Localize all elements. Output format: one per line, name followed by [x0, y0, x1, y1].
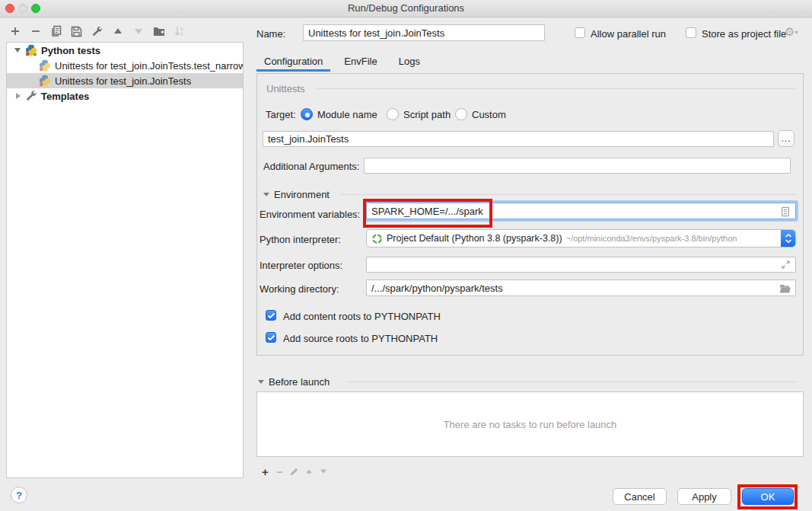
new-folder-button[interactable]	[148, 24, 169, 39]
tree-item-unittests-test-narrow[interactable]: Unittests for test_join.JoinTests.test_n…	[7, 58, 243, 73]
allow-parallel-run-label: Allow parallel run	[591, 28, 666, 40]
additional-arguments-input[interactable]	[364, 158, 791, 174]
tab-configuration[interactable]: Configuration	[256, 56, 330, 72]
remove-configuration-button[interactable]	[25, 24, 46, 39]
combo-arrows-icon[interactable]	[781, 230, 795, 247]
python-interpreter-path: ~/opt/miniconda3/envs/pyspark-3.8/bin/py…	[566, 234, 795, 243]
edit-task-button[interactable]	[287, 464, 301, 479]
target-custom-radio[interactable]	[455, 108, 467, 120]
tree-item-label: Unittests for test_join.JoinTests.test_n…	[55, 60, 243, 72]
name-value: Unittests for test_join.JoinTests	[308, 27, 444, 39]
python-interpreter-select[interactable]: Project Default (Python 3.8 (pyspark-3.8…	[366, 229, 796, 248]
wrench-icon	[25, 90, 37, 102]
environment-variables-label: Environment variables:	[260, 209, 360, 220]
tab-envfile[interactable]: EnvFile	[336, 56, 384, 72]
target-custom-label: Custom	[472, 109, 506, 120]
python-interpreter-label: Python interpreter:	[260, 234, 341, 245]
python-tests-icon	[25, 44, 37, 56]
configuration-tabs: Configuration EnvFile Logs	[256, 52, 428, 72]
titlebar: Run/Debug Configurations	[0, 0, 812, 18]
add-source-roots-checkbox[interactable]	[266, 332, 276, 343]
new-folder-icon	[153, 25, 165, 37]
move-task-down-button[interactable]	[316, 464, 330, 479]
wrench-icon	[91, 26, 103, 37]
target-module-name-radio[interactable]	[301, 108, 313, 120]
tree-item-unittests-jointests-selected[interactable]: Unittests for test_join.JoinTests	[7, 73, 243, 88]
move-down-icon	[134, 27, 143, 36]
move-down-icon	[320, 468, 327, 475]
working-directory-input[interactable]: /.../spark/python/pyspark/tests	[366, 279, 796, 296]
ok-button[interactable]: OK	[742, 488, 794, 505]
divider	[316, 88, 796, 89]
sort-configurations-button[interactable]: az	[169, 24, 189, 39]
target-input[interactable]: test_join.JoinTests	[263, 131, 774, 147]
gear-icon[interactable]: ⚙▾	[785, 26, 798, 38]
add-task-button[interactable]: +	[258, 464, 272, 479]
copy-configuration-button[interactable]	[46, 24, 66, 39]
save-icon	[71, 26, 82, 37]
before-launch-task-list: There are no tasks to run before launch	[256, 391, 804, 457]
target-value: test_join.JoinTests	[268, 133, 349, 145]
unittests-group-label: Unittests	[266, 83, 305, 94]
before-launch-section-header[interactable]: Before launch	[258, 376, 330, 388]
divider	[341, 194, 796, 195]
before-launch-toolbar: + −	[258, 465, 330, 478]
edit-templates-button[interactable]	[87, 24, 107, 39]
remove-icon: −	[276, 465, 283, 478]
window-title: Run/Debug Configurations	[0, 2, 812, 14]
move-up-button[interactable]	[107, 24, 128, 39]
folder-icon[interactable]	[779, 284, 791, 293]
help-button[interactable]: ?	[11, 487, 27, 503]
svg-text:z: z	[180, 31, 183, 37]
target-module-name-label: Module name	[317, 109, 377, 120]
check-icon	[267, 312, 275, 319]
add-content-roots-label: Add content roots to PYTHONPATH	[283, 311, 441, 322]
move-task-up-button[interactable]	[301, 464, 316, 479]
move-up-icon	[113, 27, 123, 36]
name-input[interactable]: Unittests for test_join.JoinTests	[303, 24, 545, 41]
interpreter-options-label: Interpreter options:	[260, 260, 342, 271]
environment-section-header[interactable]: Environment	[263, 189, 330, 200]
store-as-project-file-checkbox[interactable]	[686, 27, 696, 38]
allow-parallel-run-checkbox[interactable]	[575, 27, 585, 38]
environment-variables-value: SPARK_HOME=/.../spark	[371, 206, 483, 217]
add-configuration-button[interactable]	[5, 24, 25, 39]
tree-item-label: Unittests for test_join.JoinTests	[55, 75, 191, 87]
target-script-path-label: Script path	[403, 109, 451, 120]
working-directory-value: /.../spark/python/pyspark/tests	[371, 283, 503, 294]
cancel-button[interactable]: Cancel	[613, 488, 667, 505]
name-label: Name:	[256, 28, 285, 40]
copy-icon	[50, 25, 62, 37]
add-content-roots-checkbox[interactable]	[266, 310, 276, 321]
target-script-path-radio[interactable]	[387, 108, 399, 120]
chevron-down-icon[interactable]	[14, 48, 21, 53]
divider	[346, 382, 796, 382]
edit-variables-list-icon[interactable]	[780, 206, 791, 217]
chevron-down-icon	[263, 193, 269, 196]
apply-button[interactable]: Apply	[677, 488, 731, 505]
interpreter-options-input[interactable]	[366, 257, 796, 273]
svg-text:a: a	[180, 26, 183, 31]
expand-field-icon[interactable]	[781, 260, 791, 270]
chevron-down-icon	[258, 380, 264, 384]
python-tests-icon	[39, 75, 51, 87]
remove-task-button[interactable]: −	[272, 464, 287, 479]
tree-item-label: Python tests	[41, 45, 100, 56]
working-directory-label: Working directory:	[260, 283, 339, 295]
tab-logs[interactable]: Logs	[391, 56, 428, 72]
python-tests-icon	[39, 59, 51, 72]
chevron-right-icon[interactable]	[16, 93, 21, 99]
move-up-icon	[305, 468, 313, 475]
tree-item-templates[interactable]: Templates	[7, 88, 243, 104]
environment-variables-input[interactable]: SPARK_HOME=/.../spark	[366, 203, 796, 219]
target-label: Target:	[266, 109, 296, 120]
conda-environment-icon	[371, 233, 383, 244]
browse-button[interactable]: ...	[778, 130, 794, 147]
move-down-button[interactable]	[128, 24, 148, 39]
edit-pencil-icon	[289, 467, 299, 477]
run-debug-configurations-dialog: Run/Debug Configurations az Python tests	[0, 0, 812, 511]
store-as-project-file-label: Store as project file	[702, 28, 786, 40]
remove-icon	[30, 26, 41, 37]
tree-item-python-tests[interactable]: Python tests	[7, 43, 243, 58]
save-configuration-button[interactable]	[66, 24, 87, 39]
